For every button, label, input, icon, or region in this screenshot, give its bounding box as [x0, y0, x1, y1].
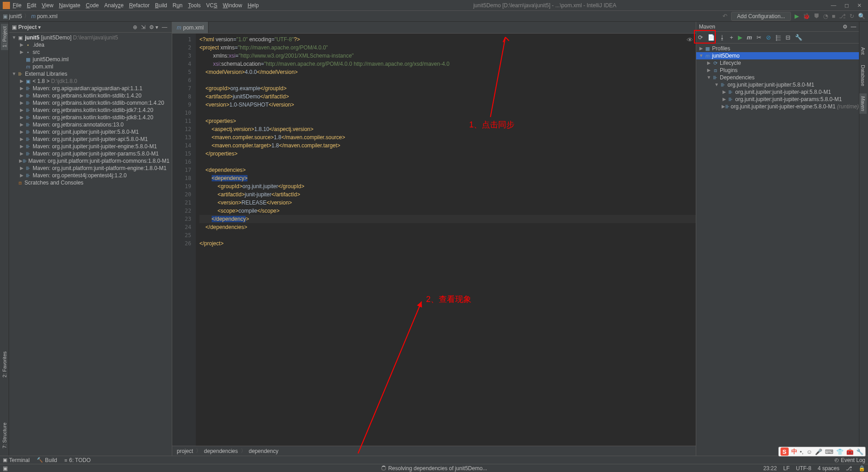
- menu-run[interactable]: Run: [173, 2, 183, 9]
- crumb-project[interactable]: project: [177, 448, 193, 454]
- git-icon[interactable]: ⎇: [839, 13, 846, 19]
- menu-edit[interactable]: Edit: [27, 2, 36, 9]
- menu-refactor[interactable]: Refactor: [129, 2, 150, 9]
- maven-tree[interactable]: ▶▦Profiles ▼mjunit5Demo ▶⟳Lifecycle ▶⧈Pl…: [696, 44, 859, 112]
- reimport-icon[interactable]: ⟳: [698, 34, 703, 41]
- status-message[interactable]: Resolving dependencies of junit5Demo...: [388, 465, 487, 472]
- crumb-dependencies[interactable]: dependencies: [204, 448, 238, 454]
- menu-build[interactable]: Build: [155, 2, 167, 9]
- ime-toolbar[interactable]: S 中 •, ☺ 🎤 ⌨ 👕 🧰 🔧: [778, 447, 866, 457]
- coverage-icon[interactable]: ⛊: [814, 13, 820, 19]
- lib-item: ▶⊪Maven: org.junit.jupiter:junit-jupiter…: [9, 128, 172, 136]
- navigation-bar: ▣ junit5 〉 m pom.xml ↶ Add Configuration…: [0, 11, 868, 22]
- profile-icon[interactable]: ◔: [823, 13, 828, 19]
- lib-item: ▶⊪Maven: org.jetbrains.kotlin:kotlin-std…: [9, 92, 172, 99]
- editor-tab-pom[interactable]: mpom.xml: [172, 22, 209, 33]
- menu-file[interactable]: File: [13, 2, 21, 9]
- ime-lang-icon[interactable]: 中: [791, 448, 797, 456]
- terminal-button[interactable]: ▣ Terminal: [3, 457, 29, 463]
- sogou-logo-icon[interactable]: S: [781, 448, 789, 456]
- lib-item: ▶⊪Maven: org.opentest4j:opentest4j:1.2.0: [9, 172, 172, 179]
- title-bar: File Edit View Navigate Code Analyze Ref…: [0, 0, 868, 11]
- hide-icon[interactable]: —: [851, 24, 856, 30]
- collapse-all-icon[interactable]: ⊟: [786, 34, 790, 41]
- execute-goal-icon[interactable]: m: [747, 34, 752, 41]
- lib-item: ▶⊪Maven: org.jetbrains.kotlin:kotlin-std…: [9, 114, 172, 121]
- gear-icon[interactable]: ⚙ ▾: [149, 24, 158, 30]
- menu-view[interactable]: View: [42, 2, 53, 9]
- ime-emoji-icon[interactable]: ☺: [806, 448, 812, 455]
- sync-icon[interactable]: ↻: [849, 13, 854, 19]
- minimize-icon[interactable]: —: [831, 2, 836, 9]
- bottom-tool-bar: ▣ Terminal 🔨 Build ≡ 6: TODO ◴ Event Log: [0, 456, 868, 464]
- menu-bar: File Edit View Navigate Code Analyze Ref…: [13, 2, 259, 9]
- menu-analyze[interactable]: Analyze: [104, 2, 124, 9]
- maven-toolbar: ⟳ 📄 ⭳ + ▶ m ✂ ⊘ ⬱ ⊟ 🔧: [696, 32, 859, 44]
- ime-toolbox-icon[interactable]: 🧰: [846, 448, 853, 455]
- lib-item: ▶⊪Maven: org.junit.jupiter:junit-jupiter…: [9, 150, 172, 157]
- menu-navigate[interactable]: Navigate: [59, 2, 80, 9]
- code-editor[interactable]: <?xml version="1.0" encoding="UTF-8"?> <…: [195, 34, 696, 446]
- status-indent[interactable]: 4 spaces: [818, 465, 839, 472]
- progress-spinner-icon: [381, 466, 386, 471]
- gear-icon[interactable]: ⚙: [843, 24, 848, 30]
- rail-tab-maven[interactable]: Maven: [859, 93, 867, 114]
- build-button[interactable]: 🔨 Build: [37, 457, 57, 463]
- status-time: 23:22: [763, 465, 777, 472]
- maven-panel-title: Maven: [699, 24, 715, 30]
- download-icon[interactable]: ⭳: [719, 34, 725, 41]
- settings-icon[interactable]: 🔧: [795, 34, 802, 41]
- lib-item: ▶⊪Maven: org.junit.platform:junit-platfo…: [9, 165, 172, 172]
- ime-skin-icon[interactable]: 👕: [836, 448, 844, 455]
- ime-keyboard-icon[interactable]: ⌨: [825, 448, 834, 455]
- run-icon[interactable]: ▶: [738, 34, 742, 41]
- menu-tools[interactable]: Tools: [188, 2, 201, 9]
- rail-tab-structure[interactable]: 7: Structure: [1, 420, 8, 451]
- toggle-offline-icon[interactable]: ✂: [756, 34, 761, 41]
- todo-button[interactable]: ≡ 6: TODO: [64, 457, 91, 463]
- debug-icon[interactable]: 🐞: [803, 13, 810, 19]
- menu-window[interactable]: Window: [223, 2, 242, 9]
- select-opened-file-icon[interactable]: ⊕: [133, 24, 137, 30]
- breadcrumb-file[interactable]: m pom.xml: [31, 13, 58, 19]
- breadcrumb-root[interactable]: ▣ junit5: [3, 13, 22, 19]
- show-dependencies-icon[interactable]: ⬱: [776, 34, 781, 41]
- lib-item: ▶⊪Maven: org.jetbrains.kotlin:kotlin-std…: [9, 107, 172, 114]
- add-project-icon[interactable]: +: [730, 34, 733, 41]
- rail-tab-database[interactable]: Database: [859, 62, 867, 89]
- status-line-sep[interactable]: LF: [783, 465, 790, 472]
- hide-icon[interactable]: —: [162, 24, 167, 30]
- generate-sources-icon[interactable]: 📄: [708, 34, 715, 41]
- status-branch-icon[interactable]: ⎇: [846, 465, 852, 472]
- app-icon: [3, 2, 10, 9]
- event-log-button[interactable]: ◴ Event Log: [834, 457, 865, 463]
- status-left-icon[interactable]: ▣: [3, 465, 8, 472]
- project-panel: ▣ Project ▾ ⊕ ⇲ ⚙ ▾ — ▼▣junit5 [junit5De…: [9, 22, 172, 456]
- menu-help[interactable]: Help: [247, 2, 259, 9]
- run-icon[interactable]: ▶: [795, 13, 799, 19]
- rail-tab-favorites[interactable]: 2: Favorites: [1, 349, 8, 380]
- ime-punct-icon[interactable]: •,: [800, 448, 804, 455]
- status-encoding[interactable]: UTF-8: [796, 465, 811, 472]
- status-lock-icon[interactable]: 🔒: [858, 465, 865, 472]
- ime-voice-icon[interactable]: 🎤: [815, 448, 822, 455]
- stop-icon[interactable]: ■: [832, 13, 835, 19]
- ime-settings-icon[interactable]: 🔧: [856, 448, 863, 455]
- expand-all-icon[interactable]: ⇲: [141, 24, 145, 30]
- rail-tab-project[interactable]: 1: Project: [1, 24, 8, 50]
- back-icon[interactable]: ↶: [723, 13, 727, 19]
- search-icon[interactable]: 🔍: [858, 13, 865, 19]
- skip-tests-icon[interactable]: ⊘: [766, 34, 771, 41]
- close-icon[interactable]: ✕: [857, 2, 862, 9]
- menu-vcs[interactable]: VCS: [206, 2, 218, 9]
- rail-tab-ant[interactable]: Ant: [859, 44, 867, 58]
- reader-mode-icon[interactable]: 👁: [687, 36, 693, 44]
- maximize-icon[interactable]: ◻: [844, 2, 849, 9]
- project-tree[interactable]: ▼▣junit5 [junit5Demo] D:\learn\java\juni…: [9, 33, 172, 188]
- line-gutter: 1234567891011121314151617181920212223242…: [172, 34, 195, 446]
- editor-breadcrumbs: project〉 dependencies〉 dependency: [172, 446, 696, 456]
- add-configuration-button[interactable]: Add Configuration...: [731, 12, 791, 21]
- menu-code[interactable]: Code: [86, 2, 99, 9]
- crumb-dependency[interactable]: dependency: [249, 448, 278, 454]
- window-title: junit5Demo [D:\learn\java\junit5] - ...\…: [259, 2, 831, 9]
